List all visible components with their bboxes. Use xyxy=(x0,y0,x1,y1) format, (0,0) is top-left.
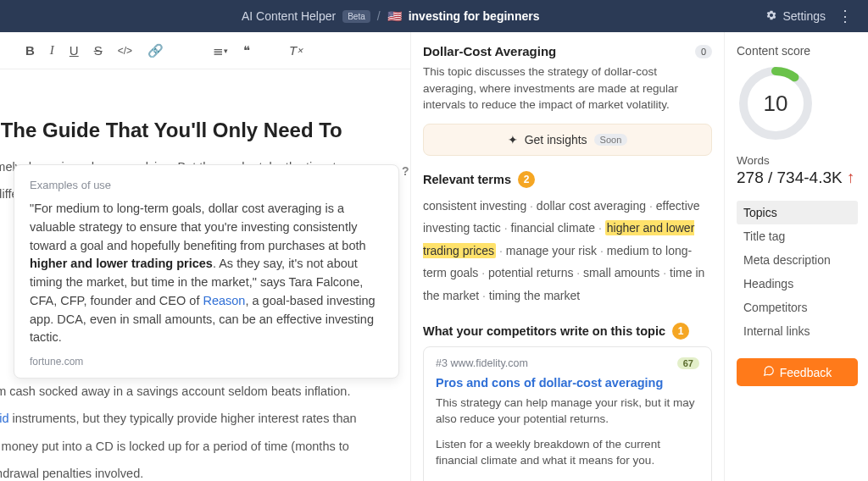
competitor-score: 67 xyxy=(677,357,699,369)
code-button[interactable]: </> xyxy=(118,45,132,57)
sparkle-icon: ✦ xyxy=(508,133,518,147)
competitor-title[interactable]: Pros and cons of dollar-cost averaging xyxy=(436,376,699,390)
editor-column: B I U S </> 🔗 ≣ ▾ ❝ T✕ ers: The Guide Th… xyxy=(0,32,411,481)
settings-button[interactable]: Settings xyxy=(765,9,826,24)
bold-button[interactable]: B xyxy=(25,43,35,58)
sidebar-tabs: TopicsTitle tagMeta descriptionHeadingsC… xyxy=(737,201,858,343)
callout-header: Examples of use xyxy=(30,179,383,191)
sidebar-tab[interactable]: Headings xyxy=(737,272,858,296)
strike-button[interactable]: S xyxy=(94,43,103,58)
term-chip[interactable]: small amounts xyxy=(583,266,670,279)
document-title[interactable]: investing for beginners xyxy=(409,9,540,23)
term-chip[interactable]: financial climate xyxy=(511,221,605,235)
top-bar: AI Content Helper Beta / 🇺🇸 investing fo… xyxy=(0,0,868,32)
breadcrumb-separator: / xyxy=(377,9,381,23)
relevant-terms-header: Relevant terms xyxy=(423,173,511,186)
competitor-domain: #3 www.fidelity.com xyxy=(436,357,528,369)
quote-button[interactable]: ❝ xyxy=(243,43,250,58)
soon-badge: Soon xyxy=(594,134,628,146)
app-name: AI Content Helper xyxy=(242,9,336,23)
sidebar-tab[interactable]: Internal links xyxy=(737,319,858,343)
italic-button[interactable]: I xyxy=(50,43,54,58)
content-score-value: 10 xyxy=(737,64,815,142)
terms-list: consistent investingdollar cost averagin… xyxy=(423,195,712,307)
insights-label: Get insights xyxy=(525,133,587,147)
feedback-button[interactable]: Feedback xyxy=(737,358,858,386)
sidebar-tab[interactable]: Title tag xyxy=(737,224,858,248)
callout-source: fortune.com xyxy=(30,356,383,368)
link-button[interactable]: 🔗 xyxy=(147,43,164,58)
article-para[interactable]: ned from cash socked away in a savings a… xyxy=(0,382,410,401)
beta-badge: Beta xyxy=(342,10,370,23)
arrow-up-icon: ↑ xyxy=(847,169,855,186)
article-heading[interactable]: ers: The Guide That You'll Only Need To xyxy=(0,119,410,142)
settings-label: Settings xyxy=(782,9,826,23)
more-menu-icon[interactable]: ⋮ xyxy=(837,7,853,25)
article-para[interactable]: ver, the money put into a CD is locked u… xyxy=(0,437,410,456)
topic-description: This topic discusses the strategy of dol… xyxy=(423,64,712,113)
competitor-desc: Listen for a weekly breakdown of the cur… xyxy=(436,436,699,469)
get-insights-button[interactable]: ✦ Get insights Soon xyxy=(423,124,712,156)
term-chip[interactable]: potential returns xyxy=(488,266,583,279)
underline-button[interactable]: U xyxy=(70,43,79,58)
gear-icon xyxy=(765,9,777,24)
chat-icon xyxy=(763,365,775,379)
breadcrumb: AI Content Helper Beta / 🇺🇸 investing fo… xyxy=(15,9,765,23)
link-liquid[interactable]: liquid xyxy=(0,412,8,425)
article-para[interactable]: ess liquid instruments, but they typical… xyxy=(0,409,410,428)
score-column: Content score 10 Words 278 / 734-4.3K ↑ … xyxy=(725,32,868,481)
words-value: 278 / 734-4.3K ↑ xyxy=(737,169,858,187)
callout-link[interactable]: Reason xyxy=(203,294,245,307)
words-label: Words xyxy=(737,154,858,167)
chevron-down-icon: ▾ xyxy=(224,47,228,55)
insights-column: Dollar-Cost Averaging 0 This topic discu… xyxy=(411,32,725,481)
term-chip[interactable]: timing the market xyxy=(489,289,580,302)
clear-format-button[interactable]: T✕ xyxy=(289,43,303,58)
flag-icon: 🇺🇸 xyxy=(387,9,402,23)
term-chip[interactable]: dollar cost averaging xyxy=(537,199,656,213)
term-chip[interactable]: manage your risk xyxy=(506,244,607,257)
list-button[interactable]: ≣ ▾ xyxy=(213,43,228,58)
example-callout: Examples of use "For medium to long-term… xyxy=(14,164,399,379)
competitor-card[interactable]: #3 www.fidelity.com 67 Pros and cons of … xyxy=(423,346,712,481)
sidebar-tab[interactable]: Topics xyxy=(737,201,858,224)
competitors-badge: 1 xyxy=(672,323,689,340)
article-para[interactable]: arly withdrawal penalties involved. xyxy=(0,464,410,481)
feedback-label: Feedback xyxy=(780,366,832,379)
sidebar-tab[interactable]: Meta description xyxy=(737,248,858,272)
sidebar-tab[interactable]: Competitors xyxy=(737,296,858,319)
editor-toolbar: B I U S </> 🔗 ≣ ▾ ❝ T✕ xyxy=(0,32,410,69)
topic-title: Dollar-Cost Averaging xyxy=(423,44,556,58)
content-score-label: Content score xyxy=(737,44,858,58)
content-score-ring: 10 xyxy=(737,64,815,142)
callout-text: "For medium to long-term goals, dollar c… xyxy=(30,200,383,347)
term-chip[interactable]: consistent investing xyxy=(423,199,537,213)
competitors-header: What your competitors write on this topi… xyxy=(423,324,665,338)
terms-count-badge: 2 xyxy=(518,171,535,188)
topic-count-badge: 0 xyxy=(695,45,712,58)
competitor-desc: This strategy can help manage your risk,… xyxy=(436,395,699,428)
help-icon[interactable]: ? xyxy=(402,164,409,178)
